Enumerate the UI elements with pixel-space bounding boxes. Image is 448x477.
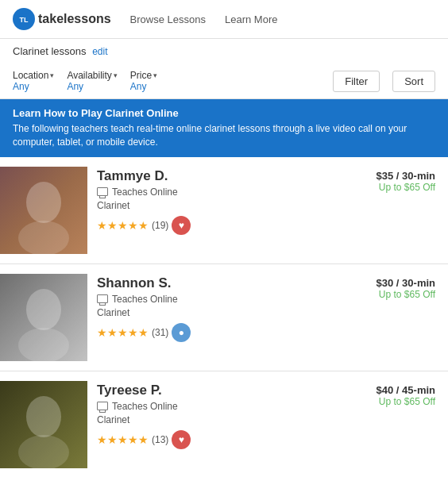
svg-point-6 xyxy=(26,289,61,330)
teacher-info-shannon: Shannon S. Teaches Online Clarinet ★★★★★… xyxy=(87,274,364,361)
heart-icon-tammye[interactable]: ♥ xyxy=(172,216,191,235)
breadcrumb-link[interactable]: Clarinet lessons xyxy=(13,45,87,57)
teacher-info-tyreese: Tyreese P. Teaches Online Clarinet ★★★★★… xyxy=(87,381,364,468)
price-filter[interactable]: Price ▾ Any xyxy=(130,70,157,92)
action-icons-tyreese: ♥ xyxy=(172,430,191,449)
price-discount-tyreese: Up to $65 Off xyxy=(379,396,435,407)
teacher-name-tammye[interactable]: Tammye D. xyxy=(97,168,364,184)
stars-tyreese: ★★★★★ xyxy=(97,433,149,446)
teacher-price-tyreese: $40 / 45-min Up to $65 Off xyxy=(364,381,435,468)
rating-count-shannon: (31) xyxy=(152,327,168,338)
teacher-info-tammye: Tammye D. Teaches Online Clarinet ★★★★★ … xyxy=(87,167,364,254)
teacher-price-shannon: $30 / 30-min Up to $65 Off xyxy=(364,274,435,361)
teacher-subject-tyreese: Clarinet xyxy=(97,414,364,425)
monitor-icon-shannon xyxy=(97,294,108,303)
header: TL takelessons Browse Lessons Learn More xyxy=(0,0,448,39)
logo[interactable]: TL takelessons xyxy=(13,8,111,30)
location-chevron: ▾ xyxy=(50,71,54,79)
logo-icon: TL xyxy=(13,8,35,30)
stars-row-tyreese: ★★★★★ (13) ♥ xyxy=(97,430,364,449)
rating-count-tyreese: (13) xyxy=(152,434,168,445)
location-filter[interactable]: Location ▾ Any xyxy=(13,70,54,92)
location-label: Location ▾ xyxy=(13,70,54,81)
teacher-subject-shannon: Clarinet xyxy=(97,307,364,318)
svg-point-9 xyxy=(26,396,61,437)
svg-point-10 xyxy=(18,435,69,468)
price-discount-tammye: Up to $65 Off xyxy=(379,182,435,193)
monitor-icon-tammye xyxy=(97,187,108,196)
filter-button[interactable]: Filter xyxy=(333,71,380,92)
teacher-price-tammye: $35 / 30-min Up to $65 Off xyxy=(364,167,435,254)
stars-row-tammye: ★★★★★ (19) ♥ xyxy=(97,216,364,235)
banner-text: The following teachers teach real-time o… xyxy=(13,122,435,149)
teaches-online-shannon: Teaches Online xyxy=(97,294,364,305)
teacher-subject-tammye: Clarinet xyxy=(97,200,364,211)
price-main-shannon: $30 / 30-min xyxy=(377,277,435,289)
svg-point-4 xyxy=(18,221,69,254)
price-label: Price ▾ xyxy=(130,70,157,81)
teacher-photo-tyreese xyxy=(0,381,87,468)
teachers-list: Tammye D. Teaches Online Clarinet ★★★★★ … xyxy=(0,157,448,477)
location-value: Any xyxy=(13,81,54,92)
monitor-icon-tyreese xyxy=(97,402,108,410)
stars-row-shannon: ★★★★★ (31) ● xyxy=(97,323,364,342)
person-icon-shannon[interactable]: ● xyxy=(172,323,191,342)
availability-label: Availability ▾ xyxy=(67,70,117,81)
stars-shannon: ★★★★★ xyxy=(97,326,149,339)
price-discount-shannon: Up to $65 Off xyxy=(379,289,435,300)
edit-link[interactable]: edit xyxy=(92,46,107,57)
svg-text:TL: TL xyxy=(20,16,29,24)
action-icons-shannon: ● xyxy=(172,323,191,342)
availability-filter[interactable]: Availability ▾ Any xyxy=(67,70,117,92)
teaches-online-tyreese: Teaches Online xyxy=(97,401,364,412)
price-value: Any xyxy=(130,81,157,92)
svg-point-3 xyxy=(26,182,61,223)
teacher-card-tammye[interactable]: Tammye D. Teaches Online Clarinet ★★★★★ … xyxy=(0,157,448,264)
nav-browse-lessons[interactable]: Browse Lessons xyxy=(130,13,206,25)
availability-value: Any xyxy=(67,81,117,92)
breadcrumb: Clarinet lessons edit xyxy=(0,39,448,63)
nav-learn-more[interactable]: Learn More xyxy=(225,13,277,25)
teacher-photo-tammye xyxy=(0,167,87,254)
info-banner: Learn How to Play Clarinet Online The fo… xyxy=(0,99,448,157)
svg-point-7 xyxy=(18,328,69,361)
teacher-card-shannon[interactable]: Shannon S. Teaches Online Clarinet ★★★★★… xyxy=(0,264,448,371)
teacher-name-tyreese[interactable]: Tyreese P. xyxy=(97,383,364,398)
teaches-online-tammye: Teaches Online xyxy=(97,187,364,198)
heart-icon-tyreese[interactable]: ♥ xyxy=(172,430,191,449)
price-chevron: ▾ xyxy=(153,71,157,79)
action-icons-tammye: ♥ xyxy=(172,216,191,235)
availability-chevron: ▾ xyxy=(114,71,118,79)
teacher-photo-shannon xyxy=(0,274,87,361)
teacher-card-tyreese[interactable]: Tyreese P. Teaches Online Clarinet ★★★★★… xyxy=(0,371,448,477)
filters-bar: Location ▾ Any Availability ▾ Any Price … xyxy=(0,63,448,99)
logo-text: takelessons xyxy=(38,12,111,26)
banner-title: Learn How to Play Clarinet Online xyxy=(13,107,435,119)
stars-tammye: ★★★★★ xyxy=(97,219,149,232)
price-main-tyreese: $40 / 45-min xyxy=(377,384,435,396)
rating-count-tammye: (19) xyxy=(152,220,168,231)
teacher-name-shannon[interactable]: Shannon S. xyxy=(97,275,364,291)
sort-button[interactable]: Sort xyxy=(392,71,435,92)
price-main-tammye: $35 / 30-min xyxy=(377,170,435,182)
